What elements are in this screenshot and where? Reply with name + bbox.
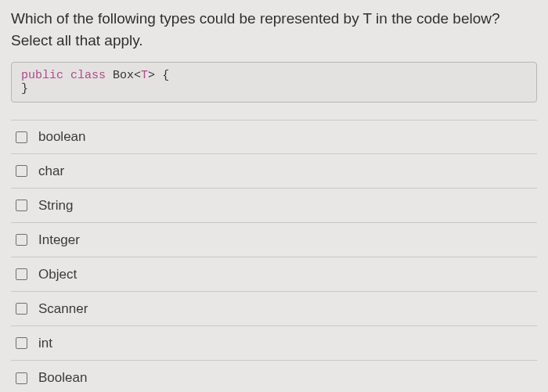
option-label: boolean: [38, 129, 86, 145]
checkbox-icon[interactable]: [16, 337, 27, 349]
option-label: Boolean: [38, 370, 87, 386]
code-brace-close: }: [21, 82, 28, 95]
checkbox-icon[interactable]: [16, 131, 27, 143]
checkbox-icon[interactable]: [16, 303, 27, 315]
code-keyword-public: public: [21, 69, 63, 82]
checkbox-icon[interactable]: [16, 165, 27, 177]
code-brace-open: {: [162, 69, 169, 82]
checkbox-icon[interactable]: [16, 200, 27, 211]
option-row[interactable]: Integer: [11, 223, 537, 257]
option-row[interactable]: boolean: [11, 120, 537, 154]
question-prompt: Which of the following types could be re…: [11, 8, 537, 51]
option-row[interactable]: int: [11, 326, 537, 361]
option-label: Object: [38, 267, 77, 282]
option-label: int: [38, 336, 52, 351]
option-label: Integer: [38, 232, 80, 248]
quiz-page: Which of the following types could be re…: [0, 0, 548, 392]
option-row[interactable]: char: [11, 154, 537, 189]
option-label: String: [38, 198, 73, 214]
code-generic-open: <: [134, 69, 141, 82]
code-block: public class Box<T> { }: [11, 62, 537, 102]
checkbox-icon[interactable]: [16, 372, 27, 384]
options-list: boolean char String Integer Object Scann…: [11, 120, 537, 392]
option-label: Scanner: [38, 301, 88, 317]
code-generic-param: T: [141, 69, 148, 82]
option-row[interactable]: Boolean: [11, 361, 537, 392]
code-keyword-class: class: [70, 69, 106, 82]
option-row[interactable]: Object: [11, 257, 537, 292]
checkbox-icon[interactable]: [16, 234, 27, 246]
checkbox-icon[interactable]: [16, 268, 27, 280]
option-row[interactable]: Scanner: [11, 292, 537, 326]
option-label: char: [38, 164, 64, 179]
option-row[interactable]: String: [11, 189, 537, 223]
code-generic-close: >: [148, 69, 155, 82]
code-class-name: Box: [113, 69, 134, 82]
